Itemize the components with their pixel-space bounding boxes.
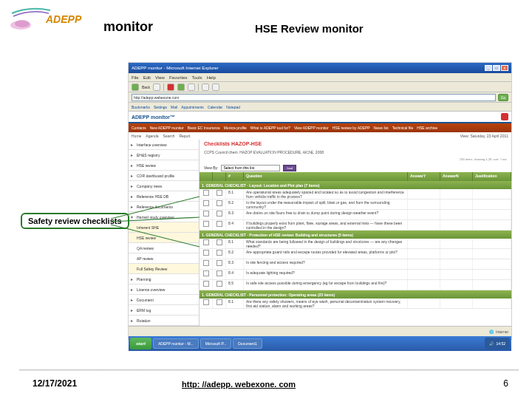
subnav-item[interactable]: Search — [163, 134, 175, 138]
subnav-item[interactable]: Report — [179, 134, 190, 138]
nav-item[interactable]: View ADEPP monitor — [294, 126, 329, 130]
grid-header-cell[interactable]: # — [226, 172, 244, 181]
expand-icon: ▸ — [131, 142, 137, 147]
table-row[interactable]: 8.2Is the layout under the reasonable im… — [200, 200, 511, 210]
sidebar-item[interactable]: ▸Rotation — [129, 316, 199, 326]
row-checkbox[interactable] — [216, 200, 222, 206]
search-button[interactable] — [202, 83, 209, 91]
row-checkbox[interactable] — [203, 270, 209, 276]
nav-item[interactable]: Monica profile — [224, 126, 247, 130]
favorites-button[interactable] — [212, 83, 219, 91]
view-load-button[interactable]: load — [283, 165, 296, 171]
grid-header-cell[interactable]: Question — [244, 172, 408, 181]
menu-edit[interactable]: Edit — [143, 73, 151, 81]
start-button[interactable]: start — [130, 338, 151, 349]
row-checkbox[interactable] — [216, 270, 222, 276]
grid-header-cell[interactable]: Justification — [473, 172, 511, 181]
grid-header: # Question AnswerY AnswerN Justification — [200, 172, 511, 181]
forward-button[interactable] — [153, 83, 160, 91]
callout-connector-icon — [111, 192, 207, 259]
nav-item[interactable]: Contacts — [132, 126, 146, 130]
sidebar-item[interactable]: ▸ERM log — [129, 305, 199, 316]
view-dropdown[interactable]: Select from this list — [221, 165, 280, 171]
app-nav: Contacts New ADEPP monitor Basic EC Insu… — [129, 123, 511, 132]
taskbar-button[interactable]: Document1 — [233, 338, 262, 349]
sidebar-item[interactable]: ▸COR dashboard profile — [129, 171, 199, 181]
row-checkbox[interactable] — [216, 221, 222, 227]
nav-item[interactable]: What is ADEPP tool for? — [250, 126, 290, 130]
logo-flower-icon — [7, 6, 52, 33]
nav-item[interactable]: New ADEPP monitor — [150, 126, 184, 130]
row-checkbox[interactable] — [216, 239, 222, 245]
sidebar-item[interactable]: ▸Planning — [129, 274, 199, 284]
table-row[interactable]: 8.4If buildings properly exist from plan… — [200, 220, 511, 231]
result-count: 234 items, showing 1-20; sort: # asc — [200, 157, 511, 163]
nav-item[interactable]: Basic EC Insurance — [188, 126, 220, 130]
sidebar-item[interactable]: ▸Licence overview — [129, 284, 199, 295]
menu-tools[interactable]: Tools — [192, 73, 202, 81]
grid-header-cell[interactable]: AnswerN — [440, 172, 473, 181]
nav-item[interactable]: News list — [374, 126, 389, 130]
sidebar-item[interactable]: ▸Document — [129, 295, 199, 305]
breadcrumb: Checklists HAZOP-HSE — [200, 140, 511, 150]
table-row[interactable]: 8.5Is safe site access possible during e… — [200, 280, 511, 290]
back-button[interactable] — [132, 83, 139, 91]
link-item[interactable]: Mail — [171, 105, 177, 109]
row-checkbox[interactable] — [203, 299, 209, 305]
table-row[interactable]: 8.3Is site fencing and access required? — [200, 259, 511, 270]
footer-url[interactable]: http: //adepp. webexone. com — [182, 380, 296, 389]
table-row[interactable]: 8.2Are appropriate guard rails and escap… — [200, 249, 511, 259]
row-checkbox[interactable] — [216, 190, 222, 196]
row-checkbox[interactable] — [216, 250, 222, 256]
row-checkbox[interactable] — [216, 299, 222, 305]
refresh-button[interactable] — [177, 83, 185, 91]
table-row[interactable]: 8.1Are there any safety showers, means o… — [200, 299, 511, 309]
section-header[interactable]: 1. GENERAL CHECKLIST - Personnel protect… — [200, 290, 511, 299]
menu-favorites[interactable]: Favorites — [169, 73, 188, 81]
maximize-button[interactable]: □ — [493, 65, 500, 71]
taskbar-button[interactable]: ADEPP monitor - M... — [153, 338, 199, 349]
sidebar-item[interactable]: ▸EH&S registry — [129, 150, 199, 160]
sidebar-item[interactable]: ▸Interface overview — [129, 140, 199, 150]
subnav-item[interactable]: Agenda — [146, 134, 158, 138]
link-item[interactable]: Appointments — [181, 105, 204, 109]
system-tray[interactable]: 🔊 14:52 — [485, 338, 510, 349]
table-row[interactable]: 8.3Are drains on site floors free to dra… — [200, 210, 511, 220]
svg-point-1 — [15, 20, 30, 27]
nav-item[interactable]: HSE archive — [417, 126, 437, 130]
menu-file[interactable]: File — [132, 73, 139, 81]
table-row[interactable]: 8.1What standards are being followed in … — [200, 239, 511, 249]
row-checkbox[interactable] — [216, 260, 222, 266]
link-item[interactable]: Settings — [154, 105, 167, 109]
table-row[interactable]: 8.4Is adequate lighting required? — [200, 270, 511, 280]
minimize-button[interactable]: _ — [485, 65, 492, 71]
address-input[interactable]: http://adepp.webexone.com — [132, 94, 496, 101]
row-checkbox[interactable] — [216, 281, 222, 287]
section-header[interactable]: 1. GENERAL CHECKLIST - Layout: Location … — [200, 181, 511, 189]
subnav-item[interactable]: Home — [132, 134, 141, 138]
status-zone: Internet — [496, 330, 508, 334]
row-checkbox[interactable] — [216, 211, 222, 216]
go-button[interactable]: Go — [498, 94, 508, 101]
sidebar-item[interactable]: Full Safety Review — [129, 264, 199, 274]
row-checkbox[interactable] — [203, 281, 209, 287]
link-item[interactable]: Bookmarks — [132, 105, 150, 109]
nav-item[interactable]: Technical file — [392, 126, 414, 130]
grid-header-cell[interactable]: AnswerY — [408, 172, 440, 181]
row-checkbox[interactable] — [203, 260, 209, 266]
menu-help[interactable]: Help — [207, 73, 216, 81]
taskbar-button[interactable]: Microsoft P... — [200, 338, 232, 349]
menu-view[interactable]: View — [155, 73, 165, 81]
link-item[interactable]: Notepad — [226, 105, 240, 109]
table-row[interactable]: 8.1Are operational areas adequately spac… — [200, 189, 511, 200]
nav-item[interactable]: HSE review by ADEPP — [332, 126, 370, 130]
home-button[interactable] — [188, 83, 195, 91]
section-header[interactable]: 1. GENERAL CHECKLIST - Protection of HSE… — [200, 231, 511, 239]
sidebar-item[interactable]: ▸Company news — [129, 181, 199, 191]
sidebar-item[interactable]: ▸HSE review — [129, 160, 199, 171]
taskbar: start ADEPP monitor - M... Microsoft P..… — [129, 336, 511, 351]
link-item[interactable]: Calendar — [208, 105, 222, 109]
stop-button[interactable] — [167, 83, 174, 91]
close-button[interactable]: × — [501, 65, 508, 71]
footer-divider — [19, 369, 519, 371]
